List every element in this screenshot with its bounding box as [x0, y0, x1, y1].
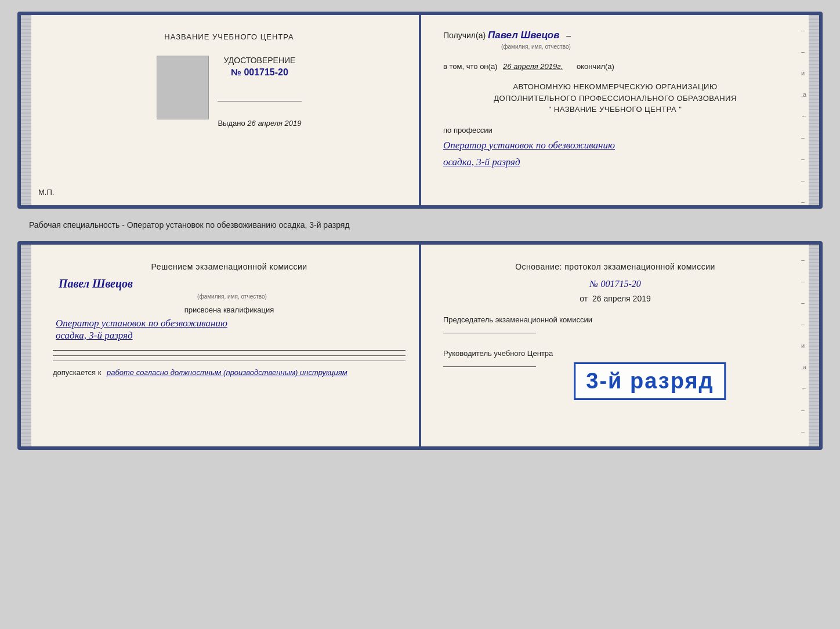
protocol-prefix: № [589, 279, 598, 289]
horizontal-lines-block [53, 350, 405, 361]
stamp-text: 3-й разряд [586, 369, 714, 394]
rank-line: осадка, 3-й разряд [56, 330, 405, 341]
v-label2-dash-5: – [801, 406, 808, 413]
fio-hint-2: (фамилия, имя, отчество) [197, 293, 267, 300]
in-that-date: 26 апреля 2019г. [503, 62, 563, 71]
from-date: от 26 апреля 2019 [443, 294, 787, 303]
cert-details: УДОСТОВЕРЕНИЕ № 001715-20 Выдано 26 апре… [218, 56, 301, 128]
v-label-a: ,а [801, 91, 808, 98]
v-label2-dash-2: – [801, 278, 808, 285]
udostoverenie-title: УДОСТОВЕРЕНИЕ [218, 56, 301, 65]
org-line2: ДОПОЛНИТЕЛЬНОГО ПРОФЕССИОНАЛЬНОГО ОБРАЗО… [443, 93, 787, 104]
photo-placeholder [157, 56, 209, 119]
cert-left-content: НАЗВАНИЕ УЧЕБНОГО ЦЕНТРА УДОСТОВЕРЕНИЕ №… [35, 27, 405, 128]
cert-inner: УДОСТОВЕРЕНИЕ № 001715-20 Выдано 26 апре… [157, 56, 301, 128]
cert-number: № 001715-20 [218, 67, 301, 78]
cert-number-value: 001715-20 [244, 67, 288, 77]
v-label2-dash-4: – [801, 321, 808, 328]
from-date-value: 26 апреля 2019 [592, 294, 651, 303]
допускается-line: допускается к работе согласно должностны… [53, 368, 405, 377]
v-label-dash-2: – [801, 48, 808, 55]
profession-label-1: по профессии [443, 126, 787, 134]
v-label-dash-7: – [801, 198, 808, 205]
protocol-number: № 001715-20 [443, 279, 787, 289]
from-prefix: от [580, 294, 588, 303]
stamp-overlay: 3-й разряд [574, 362, 726, 400]
v-label-dash-5: – [801, 155, 808, 162]
received-line: Получил(а) Павел Швецов – (фамилия, имя,… [443, 30, 787, 50]
cert-issued-line: Выдано 26 апреля 2019 [218, 119, 301, 128]
rank-value-1: осадка, 3-й разряд [443, 157, 787, 168]
h-line-1 [53, 350, 405, 351]
protocol-number-value: 001715-20 [600, 279, 640, 289]
doc2-left-panel: Решением экзаменационной комиссии Павел … [21, 245, 420, 446]
cert-issued-label: Выдано [218, 119, 245, 128]
doc2-left-content: Решением экзаменационной комиссии Павел … [35, 262, 405, 377]
v-label-dash-4: – [801, 134, 808, 141]
doc2-right-content: Основание: протокол экзаменационной коми… [435, 256, 805, 367]
org-block: АВТОНОМНУЮ НЕКОММЕРЧЕСКУЮ ОРГАНИЗАЦИЮ ДО… [443, 81, 787, 115]
finished-label: окончил(а) [577, 62, 614, 71]
cert-number-prefix: № [231, 67, 241, 77]
bottom-name: Павел Швецов [59, 277, 405, 290]
допускается-value: работе согласно должностным (производств… [107, 368, 347, 377]
cert-issued-date: 26 апреля 2019 [247, 119, 301, 128]
received-prefix: Получил(а) [443, 31, 486, 40]
org-line1: АВТОНОМНУЮ НЕКОММЕРЧЕСКУЮ ОРГАНИЗАЦИЮ [443, 81, 787, 93]
v-label2-dash-1: – [801, 256, 808, 263]
chairman-label: Председатель экзаменационной комиссии [443, 315, 787, 325]
doc2-right-panel: Основание: протокол экзаменационной коми… [420, 245, 819, 446]
допускается-prefix: допускается к [53, 368, 101, 377]
fio-hint-1: (фамилия, имя, отчество) [501, 43, 571, 50]
v-label-dash-3: ← [801, 112, 808, 119]
vertical-labels-1: – – и ,а ← – – – – [801, 27, 808, 205]
v-label2-dash-6: – [801, 428, 808, 435]
vertical-labels-2: – – – – и ,а ← – – [801, 256, 808, 435]
qual-value: Оператор установок по обезвоживанию [56, 317, 405, 330]
basis-title: Основание: протокол экзаменационной коми… [443, 262, 787, 271]
h-line-2 [53, 355, 405, 356]
v-label2-i: и [801, 342, 808, 349]
commission-title: Решением экзаменационной комиссии [53, 262, 405, 271]
v-label-i: и [801, 70, 808, 77]
v-label2-dash-3: – [801, 299, 808, 306]
page-wrapper: НАЗВАНИЕ УЧЕБНОГО ЦЕНТРА УДОСТОВЕРЕНИЕ №… [6, 6, 834, 456]
org-line3: " НАЗВАНИЕ УЧЕБНОГО ЦЕНТРА " [443, 104, 787, 115]
head-signature-line [443, 366, 536, 367]
mp-label: М.П. [38, 188, 54, 197]
in-that-prefix: в том, что он(а) [443, 62, 497, 71]
v-label2-arrow: ← [801, 385, 808, 392]
v-label-dash-1: – [801, 27, 808, 34]
chairman-signature-line [443, 333, 536, 333]
profession-value-1: Оператор установок по обезвоживанию [443, 139, 787, 152]
v-label2-a: ,а [801, 363, 808, 370]
document-card-2: Решением экзаменационной комиссии Павел … [17, 241, 823, 450]
v-label-dash-6: – [801, 177, 808, 184]
doc1-right-panel: Получил(а) Павел Швецов – (фамилия, имя,… [420, 15, 819, 205]
assigned-qual-label: присвоена квалификация [53, 306, 405, 314]
separator-text: Рабочая специальность - Оператор установ… [17, 216, 823, 234]
doc1-left-panel: НАЗВАНИЕ УЧЕБНОГО ЦЕНТРА УДОСТОВЕРЕНИЕ №… [21, 15, 420, 205]
h-line-3 [53, 361, 405, 361]
cert-right-content: Получил(а) Павел Швецов – (фамилия, имя,… [435, 27, 805, 168]
head-label: Руководитель учебного Центра [443, 348, 787, 359]
in-that-line: в том, что он(а) 26 апреля 2019г. окончи… [443, 62, 787, 71]
training-center-title-1: НАЗВАНИЕ УЧЕБНОГО ЦЕНТРА [164, 32, 294, 41]
document-card-1: НАЗВАНИЕ УЧЕБНОГО ЦЕНТРА УДОСТОВЕРЕНИЕ №… [17, 12, 823, 209]
dash-1: – [566, 31, 571, 40]
received-name: Павел Швецов [488, 30, 559, 41]
